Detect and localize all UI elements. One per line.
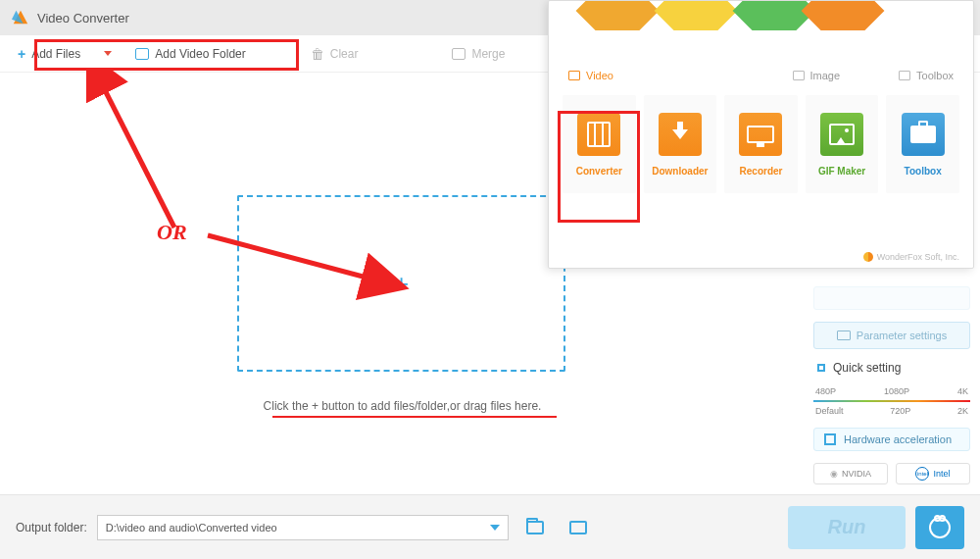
- open-folder-button[interactable]: [518, 515, 552, 540]
- run-button[interactable]: Run: [788, 506, 906, 549]
- category-image: Image: [793, 70, 841, 81]
- output-folder-path: D:\video and audio\Converted video: [106, 522, 277, 534]
- nvidia-eye-icon: ◉: [830, 469, 838, 479]
- schedule-button[interactable]: [915, 506, 964, 549]
- folder-open-icon: [526, 521, 544, 534]
- dropzone[interactable]: +: [237, 195, 565, 372]
- app-title: Video Converter: [37, 11, 129, 25]
- video-category-icon: [568, 71, 580, 80]
- dropzone-plus-icon: +: [394, 269, 409, 299]
- toolbox-icon: [902, 113, 945, 156]
- scale-top: 480P 1080P 4K: [813, 386, 970, 396]
- clear-button[interactable]: 🗑 Clear: [293, 35, 376, 72]
- image-category-icon: [793, 71, 805, 80]
- plus-icon: +: [18, 46, 25, 62]
- output-folder-label: Output folder:: [16, 521, 87, 534]
- quick-setting-marker-icon: [817, 364, 825, 372]
- quality-slider[interactable]: 480P 1080P 4K Default 720P 2K: [813, 386, 970, 416]
- popup-header: [549, 1, 973, 30]
- intel-badge: intel Intel: [896, 463, 970, 484]
- clear-label: Clear: [330, 47, 359, 61]
- chip-icon: [824, 433, 836, 445]
- clock-icon: [929, 517, 951, 538]
- merge-button[interactable]: Merge: [434, 35, 522, 72]
- popup-categories: Video Image Toolbox: [549, 30, 973, 87]
- parameter-settings-label: Parameter settings: [857, 330, 947, 341]
- wonderfox-logo-icon: [863, 252, 873, 262]
- parameter-settings-button[interactable]: Parameter settings: [813, 322, 970, 348]
- settings-icon: [837, 330, 851, 340]
- bottombar: Output folder: D:\video and audio\Conver…: [0, 494, 980, 559]
- open-output-video-button[interactable]: [562, 515, 595, 540]
- quick-setting-label: Quick setting: [833, 361, 901, 375]
- merge-label: Merge: [471, 47, 505, 61]
- annotation-box-toolbar: [34, 39, 299, 71]
- tool-toolbox[interactable]: Toolbox: [886, 95, 959, 193]
- trash-icon: 🗑: [311, 46, 324, 62]
- toolbox-category-icon: [899, 71, 910, 80]
- app-logo-icon: [12, 9, 29, 26]
- run-label: Run: [828, 516, 866, 538]
- hint-underline-annotation: [272, 416, 557, 418]
- hardware-accel-label: Hardware acceleration: [844, 433, 952, 445]
- intel-icon: intel: [915, 467, 929, 481]
- merge-icon: [452, 48, 466, 60]
- annotation-box-converter: [558, 111, 640, 223]
- quick-setting-row: Quick setting: [813, 361, 970, 375]
- downloader-icon: [659, 113, 702, 156]
- tool-gifmaker[interactable]: GIF Maker: [806, 95, 879, 193]
- tool-downloader[interactable]: Downloader: [644, 95, 717, 193]
- vendor-row: ◉ NVIDIA intel Intel: [813, 463, 970, 484]
- scale-line: [813, 400, 970, 402]
- gifmaker-icon: [820, 113, 863, 156]
- recorder-icon: [739, 113, 782, 156]
- tool-recorder[interactable]: Recorder: [724, 95, 798, 193]
- annotation-or-label: OR: [157, 220, 187, 245]
- category-toolbox: Toolbox: [899, 70, 954, 81]
- scale-bottom: Default 720P 2K: [813, 406, 970, 416]
- output-folder-field[interactable]: D:\video and audio\Converted video: [97, 515, 509, 540]
- popup-footer: WonderFox Soft, Inc.: [863, 252, 959, 262]
- hardware-accel-button[interactable]: Hardware acceleration: [813, 428, 970, 451]
- video-file-icon: [569, 521, 587, 534]
- nvidia-badge: ◉ NVIDIA: [813, 463, 888, 484]
- dropzone-hint: Click the + button to add files/folder,o…: [239, 399, 565, 413]
- output-format-button[interactable]: [813, 286, 970, 310]
- dropdown-arrow-icon: [490, 525, 500, 531]
- category-video: Video: [568, 70, 613, 81]
